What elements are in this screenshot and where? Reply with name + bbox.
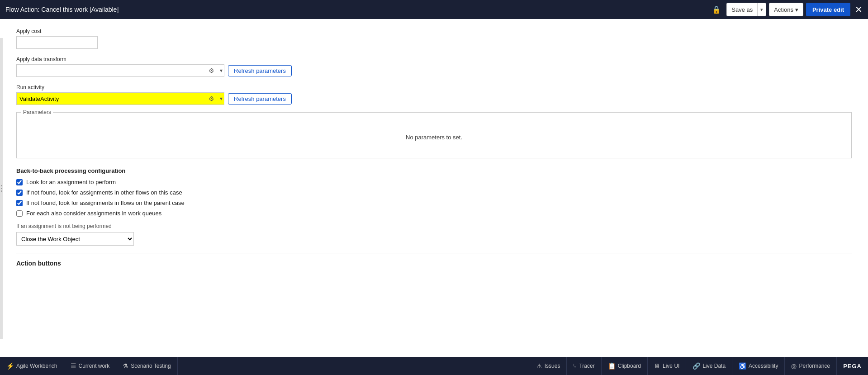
apply-data-transform-input[interactable] bbox=[16, 64, 224, 77]
footer-live-data[interactable]: 🔗 Live Data bbox=[686, 357, 732, 375]
close-header-button[interactable]: ✕ bbox=[855, 5, 863, 14]
checkbox-4-label: For each also consider assignments in wo… bbox=[26, 210, 161, 217]
checkbox-3-label: If not found, look for assignments in fl… bbox=[26, 199, 185, 206]
footer-agile-workbench[interactable]: ⚡ Agile Workbench bbox=[0, 357, 64, 375]
refresh-parameters-button-1[interactable]: Refresh parameters bbox=[228, 65, 292, 76]
footer-issues[interactable]: ⚠ Issues bbox=[530, 357, 567, 375]
back-to-back-title: Back-to-back processing configuration bbox=[16, 167, 857, 174]
run-activity-gear-icon[interactable]: ⚙ bbox=[209, 95, 214, 102]
footer-scenario-testing[interactable]: ⚗ Scenario Testing bbox=[116, 357, 178, 375]
apply-data-transform-label: Apply data transform bbox=[16, 56, 857, 62]
footer-accessibility[interactable]: ♿ Accessibility bbox=[732, 357, 785, 375]
action-buttons-title: Action buttons bbox=[16, 260, 857, 267]
run-activity-label: Run activity bbox=[16, 84, 857, 90]
main-content: Apply cost Apply data transform ⚙ ▾ Refr… bbox=[0, 19, 868, 357]
footer-tracer-label: Tracer bbox=[579, 363, 594, 369]
save-as-chevron-icon[interactable]: ▾ bbox=[758, 3, 766, 16]
actions-chevron-icon: ▾ bbox=[795, 6, 798, 13]
if-assignment-label: If an assignment is not being performed bbox=[16, 223, 857, 229]
header: Flow Action: Cancel this work [Available… bbox=[0, 0, 868, 19]
footer: ⚡ Agile Workbench ☰ Current work ⚗ Scena… bbox=[0, 357, 868, 375]
checkbox-row-2: If not found, look for assignments in ot… bbox=[16, 189, 857, 196]
refresh-parameters-button-2[interactable]: Refresh parameters bbox=[228, 93, 292, 104]
apply-cost-field: Apply cost bbox=[16, 28, 857, 49]
footer-clipboard[interactable]: 📋 Clipboard bbox=[602, 357, 648, 375]
flask-icon: ⚗ bbox=[123, 362, 128, 370]
run-activity-dropdown-icon[interactable]: ▾ bbox=[218, 95, 224, 102]
assignment-dropdown[interactable]: Close the Work Object Stay on current Re… bbox=[16, 232, 134, 246]
header-actions: 🔒 Save as ▾ Actions ▾ Private edit ✕ bbox=[712, 3, 863, 16]
footer-current-work-label: Current work bbox=[79, 363, 110, 369]
monitor-icon: 🖥 bbox=[654, 362, 660, 370]
checkbox-row-3: If not found, look for assignments in fl… bbox=[16, 199, 857, 206]
warning-icon: ⚠ bbox=[536, 362, 542, 370]
checkbox-4[interactable] bbox=[16, 210, 23, 217]
footer-live-data-label: Live Data bbox=[702, 363, 726, 369]
checkbox-row-4: For each also consider assignments in wo… bbox=[16, 210, 857, 217]
clipboard-icon: 📋 bbox=[608, 362, 616, 370]
footer-performance-label: Performance bbox=[799, 363, 830, 369]
checkbox-3[interactable] bbox=[16, 200, 23, 206]
footer-scenario-testing-label: Scenario Testing bbox=[131, 363, 171, 369]
checkbox-1-label: Look for an assignment to perform bbox=[26, 179, 116, 185]
apply-cost-label: Apply cost bbox=[16, 28, 857, 34]
accessibility-icon: ♿ bbox=[739, 362, 746, 370]
parameters-content: No parameters to set. bbox=[24, 123, 844, 151]
run-activity-field: Run activity ⚙ ▾ Refresh parameters bbox=[16, 84, 857, 105]
footer-live-ui[interactable]: 🖥 Live UI bbox=[648, 357, 686, 375]
footer-performance[interactable]: ◎ Performance bbox=[785, 357, 837, 375]
footer-agile-workbench-label: Agile Workbench bbox=[16, 363, 57, 369]
actions-label: Actions bbox=[774, 6, 793, 13]
checkbox-1[interactable] bbox=[16, 179, 23, 185]
checkbox-row-1: Look for an assignment to perform bbox=[16, 179, 857, 185]
divider bbox=[16, 253, 852, 253]
performance-icon: ◎ bbox=[791, 362, 797, 370]
footer-issues-label: Issues bbox=[545, 363, 560, 369]
no-parameters-text: No parameters to set. bbox=[406, 134, 462, 141]
apply-cost-input[interactable] bbox=[16, 36, 98, 49]
parameters-section: Parameters No parameters to set. bbox=[16, 112, 852, 158]
live-data-icon: 🔗 bbox=[693, 362, 700, 370]
document-icon: ☰ bbox=[71, 362, 76, 370]
apply-data-transform-field: Apply data transform ⚙ ▾ Refresh paramet… bbox=[16, 56, 857, 77]
checkbox-2[interactable] bbox=[16, 190, 23, 196]
save-as-label[interactable]: Save as bbox=[727, 3, 758, 16]
private-edit-button[interactable]: Private edit bbox=[806, 3, 850, 16]
parameters-label: Parameters bbox=[21, 109, 53, 115]
footer-accessibility-label: Accessibility bbox=[749, 363, 778, 369]
back-to-back-section: Back-to-back processing configuration Lo… bbox=[16, 167, 857, 246]
lock-icon[interactable]: 🔒 bbox=[712, 5, 721, 14]
footer-clipboard-label: Clipboard bbox=[618, 363, 641, 369]
footer-current-work[interactable]: ☰ Current work bbox=[64, 357, 117, 375]
save-as-button[interactable]: Save as ▾ bbox=[726, 3, 766, 16]
header-title: Flow Action: Cancel this work [Available… bbox=[5, 6, 712, 13]
apply-data-transform-dropdown-icon[interactable]: ▾ bbox=[218, 67, 224, 74]
lightning-icon: ⚡ bbox=[6, 362, 14, 370]
actions-button[interactable]: Actions ▾ bbox=[769, 3, 803, 16]
footer-live-ui-label: Live UI bbox=[663, 363, 679, 369]
tracer-icon: ⑂ bbox=[573, 362, 577, 370]
footer-pega-logo: PEGA bbox=[837, 363, 868, 370]
run-activity-input[interactable] bbox=[16, 92, 224, 105]
resize-handle[interactable] bbox=[0, 38, 3, 339]
checkbox-2-label: If not found, look for assignments in ot… bbox=[26, 189, 182, 196]
apply-data-transform-gear-icon[interactable]: ⚙ bbox=[209, 67, 214, 74]
footer-tracer[interactable]: ⑂ Tracer bbox=[567, 357, 601, 375]
action-buttons-section: Action buttons bbox=[16, 260, 857, 267]
